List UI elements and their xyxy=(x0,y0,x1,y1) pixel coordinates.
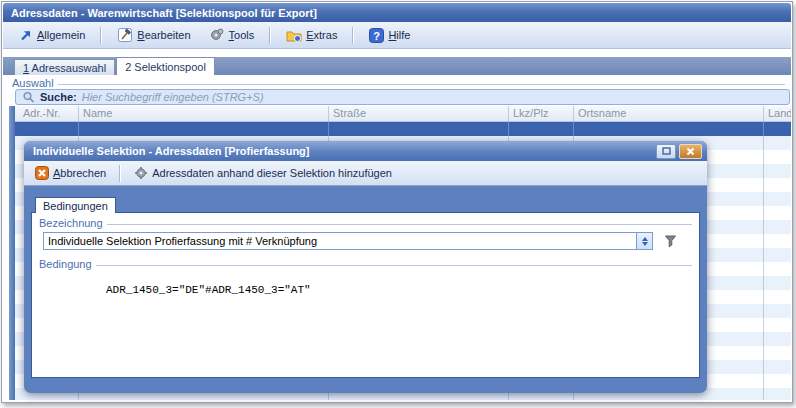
tab-selektionspool[interactable]: 2 Selektionspool xyxy=(116,57,215,75)
menu-label: Hilfe xyxy=(388,29,410,41)
column-separator xyxy=(763,106,764,400)
folder-icon xyxy=(286,28,302,43)
dialog-titlebar[interactable]: Individuelle Selektion - Adressdaten [Pr… xyxy=(24,141,707,161)
menu-bearbeiten[interactable]: Bearbeiten xyxy=(112,25,195,45)
grid-selected-row[interactable] xyxy=(15,122,791,136)
chevron-down-icon xyxy=(642,242,648,246)
grid-header: Adr.-Nr. Name Straße Lkz/Plz Ortsname La… xyxy=(15,106,791,122)
column-header[interactable]: Adr.-Nr. xyxy=(15,106,78,121)
dialog-title: Individuelle Selektion - Adressdaten [Pr… xyxy=(33,145,656,157)
menu-label: Allgemein xyxy=(37,29,85,41)
abbrechen-button[interactable]: Abbrechen xyxy=(30,164,111,182)
bezeichnung-combobox[interactable]: Individuelle Selektion Profierfassung mi… xyxy=(43,232,653,250)
menu-extras[interactable]: Extras xyxy=(281,26,342,45)
bedingung-groupbox: Bedingung xyxy=(39,258,692,270)
tab-bedingungen[interactable]: Bedingungen xyxy=(35,197,116,213)
bezeichnung-group-label: Bezeichnung xyxy=(39,217,103,229)
toolbar-separator xyxy=(119,165,121,182)
combobox-dropdown-button[interactable] xyxy=(636,233,652,249)
search-placeholder: Hier Suchbegriff eingeben (STRG+S) xyxy=(82,91,264,103)
arrow-up-right-icon xyxy=(18,28,33,43)
group-hairline xyxy=(58,84,785,85)
menu-allgemein[interactable]: Allgemein xyxy=(13,26,90,45)
auswahl-group-label: Auswahl xyxy=(12,77,54,89)
close-button[interactable] xyxy=(679,144,702,159)
column-header[interactable]: Name xyxy=(78,106,328,121)
help-icon: ? xyxy=(369,28,384,43)
search-label: Suche: xyxy=(40,91,77,103)
search-icon xyxy=(22,91,35,104)
dialog-body: Bedingungen Bezeichnung Individuelle Sel… xyxy=(24,186,707,393)
search-bar[interactable]: Suche: Hier Suchbegriff eingeben (STRG+S… xyxy=(15,89,790,105)
menu-label: Tools xyxy=(229,29,255,41)
cancel-x-icon xyxy=(35,166,49,180)
column-header[interactable]: Land xyxy=(763,106,791,121)
menu-tools[interactable]: Tools xyxy=(204,25,260,45)
window-titlebar: Adressdaten - Warenwirtschaft [Selektion… xyxy=(3,3,791,22)
menu-label: Extras xyxy=(306,29,337,41)
auswahl-groupbox: Auswahl xyxy=(12,77,785,89)
close-x-icon xyxy=(686,147,695,156)
toolbar-separator xyxy=(269,27,271,44)
dialog-toolbar: Abbrechen Adressdaten anhand dieser Sele… xyxy=(24,161,707,186)
toolbar-separator xyxy=(100,27,102,44)
main-menubar: Allgemein Bearbeiten Tools E xyxy=(3,22,791,49)
bedingung-textarea[interactable]: ADR_1450_3="DE"#ADR_1450_3="AT" xyxy=(39,270,692,373)
window-title: Adressdaten - Warenwirtschaft [Selektion… xyxy=(11,7,317,19)
toolbar-separator xyxy=(352,27,354,44)
bedingungen-panel: Bezeichnung Individuelle Selektion Profi… xyxy=(31,212,700,378)
menu-hilfe[interactable]: ? Hilfe xyxy=(364,26,415,45)
add-selection-button[interactable]: Adressdaten anhand dieser Selektion hinz… xyxy=(129,164,397,182)
filter-icon[interactable] xyxy=(663,234,678,249)
gear-icon xyxy=(209,27,225,43)
menu-label: Bearbeiten xyxy=(137,29,190,41)
add-selection-icon xyxy=(134,166,148,180)
app-window: Adressdaten - Warenwirtschaft [Selektion… xyxy=(1,1,793,403)
restore-button[interactable] xyxy=(656,144,676,159)
tab-strip: 1 Adressauswahl 2 Selektionspool xyxy=(3,57,791,75)
bedingung-group-label: Bedingung xyxy=(39,258,92,270)
combobox-value: Individuelle Selektion Profierfassung mi… xyxy=(44,235,636,247)
column-header[interactable]: Lkz/Plz xyxy=(508,106,573,121)
hammer-icon xyxy=(117,27,133,43)
bezeichnung-groupbox: Bezeichnung xyxy=(39,217,692,229)
restore-icon xyxy=(662,147,671,155)
svg-text:?: ? xyxy=(374,29,381,41)
column-header[interactable]: Straße xyxy=(328,106,508,121)
chevron-up-icon xyxy=(642,237,648,241)
individuelle-selektion-dialog: Individuelle Selektion - Adressdaten [Pr… xyxy=(24,141,707,393)
tab-adressauswahl[interactable]: 1 Adressauswahl xyxy=(14,59,115,75)
column-header[interactable]: Ortsname xyxy=(573,106,763,121)
